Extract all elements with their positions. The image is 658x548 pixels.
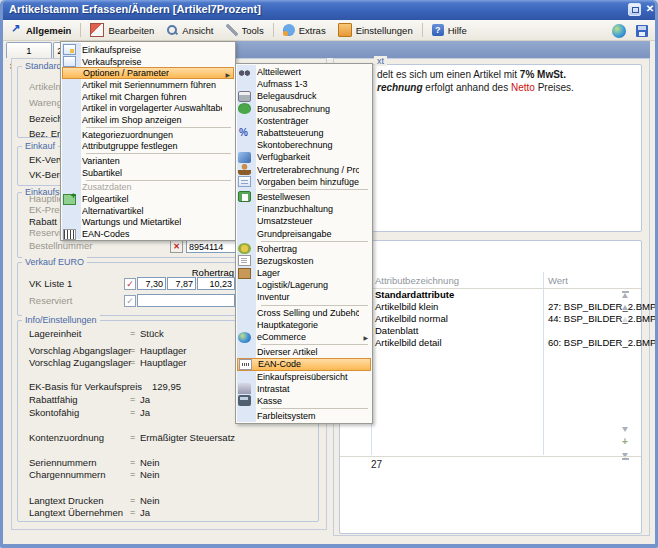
menu-item-artikel-mit-chargen-führen[interactable]: Artikel mit Chargen führen — [62, 91, 234, 103]
menu-item-inventur[interactable]: Inventur — [237, 291, 371, 303]
detail-value: 27 — [371, 459, 382, 470]
menu-item-vorgaben-beim-hinzufügen-im-beleg[interactable]: Vorgaben beim hinzufügen im Beleg — [237, 176, 371, 188]
menu-separator — [422, 23, 423, 37]
menu-item-einkaufspreisübersicht[interactable]: Einkaufspreisübersicht — [237, 371, 371, 383]
clear-bestellnummer-button[interactable] — [170, 240, 183, 253]
web-globe-icon[interactable] — [612, 24, 626, 38]
menu-item-zusatzdaten[interactable]: Zusatzdaten — [62, 182, 234, 194]
menu-item-wartungs-und-mietartikel[interactable]: Wartungs und Mietartikel — [62, 217, 234, 229]
menu-item-folgeartikel[interactable]: Folgeartikel — [62, 193, 234, 205]
blank-icon — [63, 91, 76, 102]
menu-item-rabattsteuerung[interactable]: Rabattsteuerung — [237, 127, 371, 139]
field-label-bestellnummer: Bestellnummer — [29, 240, 92, 251]
crate-icon — [238, 268, 251, 279]
restore-window-button[interactable] — [628, 3, 641, 16]
blank-icon — [238, 79, 251, 90]
menu-item-artikel-in-vorgelagerter-auswahltabelle-verbergen[interactable]: Artikel in vorgelagerter Auswahltabelle … — [62, 102, 234, 114]
scroll-down-icon[interactable] — [621, 425, 630, 434]
blank-icon — [63, 114, 76, 125]
menu-item-vertreterabrechnung-provision[interactable]: Vertreterabrechnung / Provision — [237, 164, 371, 176]
blank-icon — [238, 319, 251, 330]
menu-separator — [86, 153, 231, 154]
save-icon[interactable] — [636, 25, 648, 37]
menu-item-label: Kostenträger — [257, 116, 309, 126]
menu-item-finanzbuchhaltung[interactable]: Finanzbuchhaltung — [237, 203, 371, 215]
reserviert-input[interactable] — [137, 294, 235, 307]
menu-item-einkaufspreise[interactable]: Einkaufspreise — [62, 44, 234, 56]
menu-item-label: Folgeartikel — [82, 194, 129, 204]
menu-item-optionen-parameter[interactable]: Optionen / Parameter — [62, 67, 234, 79]
menu-item-extras[interactable]: Extras — [277, 22, 332, 39]
vk-price-1-input[interactable] — [137, 277, 166, 290]
menu-item-hauptkategorie[interactable]: Hauptkategorie — [237, 319, 371, 331]
menu-item-bonusabrechnung[interactable]: Bonusabrechnung — [237, 103, 371, 115]
menu-item-varianten[interactable]: Varianten — [62, 155, 234, 167]
menu-item-einstellungen[interactable]: Einstellungen — [332, 22, 419, 39]
menu-item-hilfe[interactable]: Hilfe — [426, 22, 473, 39]
menu-item-ean-codes[interactable]: EAN-Codes — [62, 228, 234, 240]
wrench-icon — [226, 24, 238, 36]
menu-item-kostenträger[interactable]: Kostenträger — [237, 115, 371, 127]
menu-item-ean-code[interactable]: EAN-Code — [237, 358, 371, 370]
menu-separator — [261, 241, 368, 242]
menu-item-verkaufspreise[interactable]: Verkaufspreise — [62, 56, 234, 68]
scroll-to-top-icon[interactable] — [621, 291, 630, 300]
menu-item-subartikel[interactable]: Subartikel — [62, 167, 234, 179]
note-netto-red: Netto — [511, 82, 535, 93]
menu-item-allgemein[interactable]: Allgemein — [4, 22, 77, 39]
menu-item-bestellwesen[interactable]: Bestellwesen — [237, 191, 371, 203]
menu-item-farbleitsystem[interactable]: Farbleitsystem — [237, 410, 371, 422]
vk-rohertrag-input[interactable] — [197, 277, 235, 290]
menu-item-attributgruppe-festlegen[interactable]: Attributgruppe festlegen — [62, 141, 234, 153]
menu-item-cross-selling-und-zubehör[interactable]: Cross Selling und Zubehör — [237, 307, 371, 319]
scroll-up-icon[interactable] — [621, 303, 630, 312]
vk-price-2-input[interactable] — [167, 277, 196, 290]
table-row[interactable]: Artikelbild normal 44: BSP_BILDER_2.BMP — [340, 313, 640, 325]
menu-item-ecommerce[interactable]: eCommerce — [237, 331, 371, 343]
table-row[interactable]: Artikelbild detail 60: BSP_BILDER_2.BMP — [340, 337, 640, 349]
menu-item-skontoberechnung[interactable]: Skontoberechnung — [237, 139, 371, 151]
menu-item-kasse[interactable]: Kasse — [237, 395, 371, 407]
menu-item-grundpreisangabe[interactable]: Grundpreisangabe — [237, 227, 371, 239]
menu-item-artikel-im-shop-anzeigen[interactable]: Artikel im Shop anzeigen — [62, 114, 234, 126]
blank-icon — [63, 205, 76, 216]
menu-item-intrastat[interactable]: Intrastat — [237, 383, 371, 395]
menu-item-umsatzsteuer[interactable]: Umsatzsteuer — [237, 215, 371, 227]
menu-item-verfügbarkeit[interactable]: Verfügbarkeit — [237, 151, 371, 163]
menu-item-alternativartikel[interactable]: Alternativartikel — [62, 205, 234, 217]
menu-item-bearbeiten[interactable]: Bearbeiten — [84, 22, 160, 39]
menu-item-kategoriezuordnungen[interactable]: Kategoriezuordnungen — [62, 129, 234, 141]
tab-standard[interactable]: 1 Standard — [6, 42, 52, 58]
menu-item-rohertrag[interactable]: Rohertrag — [237, 243, 371, 255]
reserviert-edit-checkbox[interactable] — [124, 295, 136, 307]
menu-item-label: eCommerce — [257, 332, 306, 342]
menu-item-label: Umsatzsteuer — [257, 216, 313, 226]
menu-bar: AllgemeinBearbeitenAnsichtToolsExtrasEin… — [0, 20, 658, 41]
menu-item-ansicht[interactable]: Ansicht — [160, 22, 219, 39]
vk-liste-edit-checkbox[interactable] — [124, 278, 136, 290]
menu-item-belegausdruck[interactable]: Belegausdruck — [237, 90, 371, 102]
menu-item-tools[interactable]: Tools — [220, 22, 270, 39]
blank-icon — [63, 156, 76, 167]
menu-item-label: Intrastat — [257, 384, 290, 394]
blank-icon — [63, 217, 76, 228]
blank-icon — [238, 216, 251, 227]
menu-separator — [86, 180, 231, 181]
menu-item-label: Ansicht — [182, 25, 213, 36]
menu-item-label: Einstellungen — [356, 25, 413, 36]
linked-table-icon — [63, 194, 76, 205]
menu-item-lager[interactable]: Lager — [237, 267, 371, 279]
table-row[interactable]: Datenblatt — [340, 325, 640, 337]
menu-item-bezugskosten[interactable]: Bezugskosten — [237, 255, 371, 267]
close-window-button[interactable] — [644, 2, 656, 16]
field-label-reserviert-vk: Reserviert — [29, 295, 72, 306]
menu-item-altteilewert[interactable]: Altteilewert — [237, 66, 371, 78]
add-row-icon[interactable] — [621, 438, 630, 447]
menu-item-artikel-mit-seriennummern-führen[interactable]: Artikel mit Seriennummern führen — [62, 79, 234, 91]
table-row[interactable]: Artikelbild klein 27: BSP_BILDER_2.BMP — [340, 301, 640, 313]
menu-item-aufmass-1-3[interactable]: Aufmass 1-3 — [237, 78, 371, 90]
table-row[interactable]: Standardattribute — [340, 289, 640, 301]
menu-item-logistik-lagerung[interactable]: Logistik/Lagerung — [237, 279, 371, 291]
menu-item-diverser-artikel[interactable]: Diverser Artikel — [237, 346, 371, 358]
scroll-up-icon[interactable] — [621, 315, 630, 324]
